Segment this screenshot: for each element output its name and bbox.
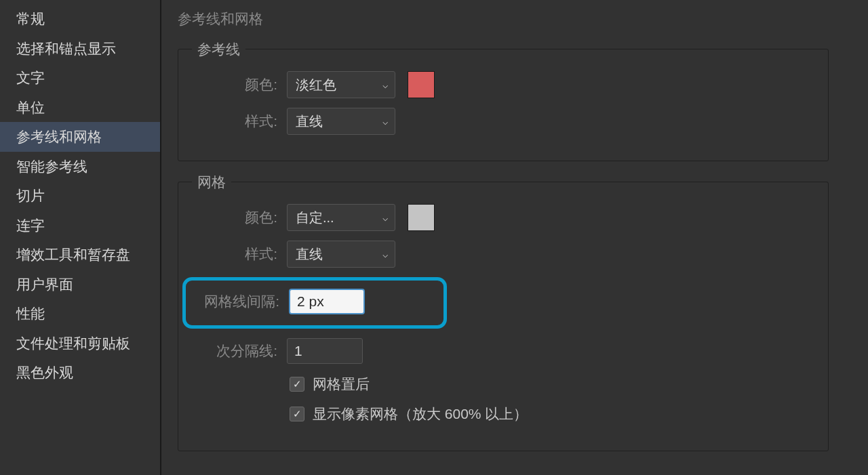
pixel-grid-label: 显示像素网格（放大 600% 以上） [313,405,528,424]
chevron-down-icon: ⌵ [382,116,388,127]
grid-color-swatch[interactable] [408,204,435,231]
grid-subdiv-label: 次分隔线: [189,342,277,360]
grid-color-select[interactable]: 自定... ⌵ [287,204,395,231]
sidebar-item-general[interactable]: 常规 [0,4,160,34]
sidebar-item-guides-grid[interactable]: 参考线和网格 [0,122,160,152]
preferences-panel: 参考线和网格 参考线 颜色: 淡红色 ⌵ 样式: 直线 ⌵ 网格 颜色: 自定.… [161,0,868,475]
grid-group: 网格 颜色: 自定... ⌵ 样式: 直线 ⌵ 网格线间隔: 2 px 次分隔线… [178,182,829,451]
sidebar-item-units[interactable]: 单位 [0,93,160,123]
grid-spacing-highlight: 网格线间隔: 2 px [182,277,447,329]
sidebar-item-plugins[interactable]: 增效工具和暂存盘 [0,240,160,270]
sidebar-item-hyphenation[interactable]: 连字 [0,211,160,241]
grid-spacing-input[interactable]: 2 px [289,289,365,314]
grid-style-value: 直线 [296,245,323,264]
grid-legend: 网格 [192,173,231,192]
preferences-sidebar: 常规 选择和锚点显示 文字 单位 参考线和网格 智能参考线 切片 连字 增效工具… [0,0,161,475]
sidebar-item-performance[interactable]: 性能 [0,299,160,329]
guides-style-select[interactable]: 直线 ⌵ [287,108,395,135]
sidebar-item-file-clipboard[interactable]: 文件处理和剪贴板 [0,329,160,358]
pixel-grid-checkbox[interactable] [290,407,304,421]
grid-color-value: 自定... [296,209,334,227]
sidebar-item-smart-guides[interactable]: 智能参考线 [0,152,160,182]
sidebar-item-ui[interactable]: 用户界面 [0,270,160,300]
grid-subdiv-input[interactable]: 1 [287,338,363,364]
grid-style-label: 样式: [189,245,277,264]
sidebar-item-type[interactable]: 文字 [0,63,160,93]
grid-color-label: 颜色: [189,208,277,227]
guides-color-label: 颜色: [189,75,277,94]
chevron-down-icon: ⌵ [382,249,388,260]
grid-spacing-label: 网格线间隔: [191,292,279,311]
chevron-down-icon: ⌵ [382,79,388,90]
sidebar-item-selection[interactable]: 选择和锚点显示 [0,34,160,64]
guides-group: 参考线 颜色: 淡红色 ⌵ 样式: 直线 ⌵ [178,49,829,161]
guides-color-value: 淡红色 [296,76,336,94]
guides-legend: 参考线 [192,40,245,59]
guides-style-label: 样式: [189,112,277,131]
chevron-down-icon: ⌵ [382,212,388,223]
sidebar-item-slices[interactable]: 切片 [0,181,160,211]
page-title: 参考线和网格 [178,9,852,28]
sidebar-item-black-appearance[interactable]: 黑色外观 [0,358,160,388]
grid-back-label: 网格置后 [313,375,370,394]
guides-style-value: 直线 [296,112,323,131]
grid-back-checkbox[interactable] [290,377,304,392]
grid-style-select[interactable]: 直线 ⌵ [287,241,395,268]
guides-color-select[interactable]: 淡红色 ⌵ [287,71,395,98]
guides-color-swatch[interactable] [408,71,435,98]
